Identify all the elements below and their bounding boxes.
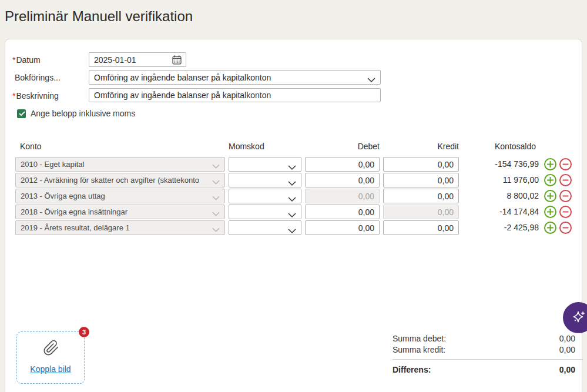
chevron-down-icon bbox=[288, 210, 296, 220]
plus-icon bbox=[546, 176, 554, 184]
attach-image-dropzone[interactable]: 3 Koppla bild bbox=[16, 331, 85, 384]
table-row: 2019 - Årets resultat, delägare 1 -2 425… bbox=[5, 220, 582, 235]
calendar-icon[interactable] bbox=[172, 55, 182, 65]
minus-icon bbox=[562, 224, 569, 232]
kontosaldo-value: -2 425,98 bbox=[452, 220, 539, 235]
remove-row-button[interactable] bbox=[559, 158, 572, 170]
chevron-down-icon bbox=[288, 162, 296, 173]
plus-icon bbox=[546, 224, 554, 232]
table-row: 2012 - Avräkning för skatter och avgifte… bbox=[5, 173, 582, 187]
momskod-select[interactable] bbox=[229, 189, 301, 203]
debet-input[interactable] bbox=[305, 157, 380, 172]
datum-label: *Datum bbox=[12, 55, 41, 65]
bokforing-select[interactable]: Omföring av ingående balanser på kapital… bbox=[89, 70, 381, 85]
kredit-input[interactable] bbox=[383, 220, 459, 235]
chevron-down-icon bbox=[288, 194, 296, 205]
account-rows: 2010 - Eget kapital -154 736,99 2012 - A… bbox=[5, 157, 582, 236]
remove-row-button[interactable] bbox=[559, 190, 572, 202]
kredit-input[interactable] bbox=[383, 189, 459, 203]
momskod-select[interactable] bbox=[229, 157, 301, 172]
debet-input[interactable] bbox=[305, 189, 380, 203]
chevron-down-icon bbox=[288, 178, 296, 189]
beskrivning-label: *Beskrivning bbox=[12, 91, 59, 100]
header-kontosaldo: Kontosaldo bbox=[495, 142, 536, 151]
kontosaldo-value: -154 736,99 bbox=[452, 157, 539, 172]
momskod-select[interactable] bbox=[229, 173, 301, 187]
bokforing-label: Bokförings... bbox=[15, 73, 61, 82]
table-row: 2018 - Övriga egna insättningar -14 174,… bbox=[5, 205, 582, 219]
add-row-button[interactable] bbox=[544, 158, 556, 170]
bokforing-select-value: Omföring av ingående balanser på kapital… bbox=[94, 73, 271, 82]
header-konto: Konto bbox=[20, 142, 42, 151]
beskrivning-input[interactable] bbox=[89, 88, 381, 102]
page-title: Preliminär Manuell verifikation bbox=[5, 8, 193, 25]
add-row-button[interactable] bbox=[544, 222, 556, 234]
check-icon bbox=[19, 111, 25, 116]
remove-row-button[interactable] bbox=[559, 222, 572, 234]
konto-select[interactable]: 2013 - Övriga egna uttag bbox=[15, 189, 225, 203]
debet-input[interactable] bbox=[305, 205, 380, 219]
minus-icon bbox=[562, 176, 569, 184]
summa-debet-label: Summa debet: bbox=[393, 334, 446, 343]
paperclip-icon bbox=[43, 340, 59, 359]
datum-field bbox=[89, 52, 186, 67]
summa-kredit-value: 0,00 bbox=[475, 345, 575, 354]
kredit-input[interactable] bbox=[383, 173, 459, 187]
chevron-down-icon bbox=[367, 75, 375, 85]
konto-select[interactable]: 2019 - Årets resultat, delägare 1 bbox=[15, 220, 225, 235]
chevron-down-icon bbox=[212, 162, 220, 171]
required-asterisk: * bbox=[12, 55, 15, 65]
header-debet: Debet bbox=[305, 142, 380, 151]
kontosaldo-value: 8 800,02 bbox=[452, 189, 539, 203]
konto-select[interactable]: 2018 - Övriga egna insättningar bbox=[15, 205, 225, 219]
table-row: 2010 - Eget kapital -154 736,99 bbox=[5, 157, 582, 172]
datum-input[interactable] bbox=[89, 53, 166, 66]
konto-select[interactable]: 2012 - Avräkning för skatter och avgifte… bbox=[15, 173, 225, 187]
required-asterisk: * bbox=[12, 91, 15, 100]
header-kredit: Kredit bbox=[383, 142, 459, 151]
kredit-input[interactable] bbox=[383, 157, 459, 172]
chevron-down-icon bbox=[288, 226, 296, 236]
summary-divider bbox=[393, 359, 583, 360]
moms-checkbox-label: Ange belopp inklusive moms bbox=[31, 109, 135, 118]
attachment-count-badge: 3 bbox=[79, 327, 89, 337]
chevron-down-icon bbox=[212, 178, 220, 187]
table-row: 2013 - Övriga egna uttag 8 800,02 bbox=[5, 189, 582, 203]
konto-select[interactable]: 2010 - Eget kapital bbox=[15, 157, 225, 172]
differens-value: 0,00 bbox=[475, 365, 575, 374]
momskod-select[interactable] bbox=[229, 220, 301, 235]
verification-card: *Datum Bokförings... Omföring av ingåend… bbox=[5, 39, 582, 392]
minus-icon bbox=[562, 192, 569, 200]
konto-select-value: 2018 - Övriga egna insättningar bbox=[21, 207, 128, 216]
plus-icon bbox=[546, 192, 554, 200]
plus-icon bbox=[546, 208, 554, 216]
chevron-down-icon bbox=[212, 226, 220, 234]
konto-select-value: 2013 - Övriga egna uttag bbox=[21, 192, 105, 200]
sparkles-icon bbox=[571, 309, 586, 326]
konto-select-value: 2012 - Avräkning för skatter och avgifte… bbox=[21, 176, 199, 185]
moms-checkbox-row: Ange belopp inklusive moms bbox=[17, 109, 135, 118]
konto-select-value: 2019 - Årets resultat, delägare 1 bbox=[21, 223, 130, 232]
konto-select-value: 2010 - Eget kapital bbox=[21, 160, 84, 169]
minus-icon bbox=[562, 160, 569, 168]
remove-row-button[interactable] bbox=[559, 174, 572, 186]
summa-kredit-label: Summa kredit: bbox=[393, 345, 445, 354]
kontosaldo-value: -14 174,84 bbox=[452, 205, 539, 219]
plus-icon bbox=[546, 160, 554, 168]
add-row-button[interactable] bbox=[544, 190, 556, 202]
chevron-down-icon bbox=[212, 194, 220, 203]
momskod-select[interactable] bbox=[229, 205, 301, 219]
table-header-row: Konto Momskod Debet Kredit Kontosaldo bbox=[5, 142, 582, 152]
header-momskod: Momskod bbox=[229, 142, 264, 151]
kredit-input[interactable] bbox=[383, 205, 459, 219]
add-row-button[interactable] bbox=[544, 206, 556, 218]
moms-checkbox[interactable] bbox=[17, 109, 26, 118]
differens-label: Differens: bbox=[393, 365, 431, 374]
debet-input[interactable] bbox=[305, 173, 380, 187]
add-row-button[interactable] bbox=[544, 174, 556, 186]
summa-debet-value: 0,00 bbox=[475, 334, 575, 343]
debet-input[interactable] bbox=[305, 220, 380, 235]
minus-icon bbox=[562, 208, 569, 216]
koppla-bild-link[interactable]: Koppla bild bbox=[17, 364, 84, 374]
remove-row-button[interactable] bbox=[559, 206, 572, 218]
